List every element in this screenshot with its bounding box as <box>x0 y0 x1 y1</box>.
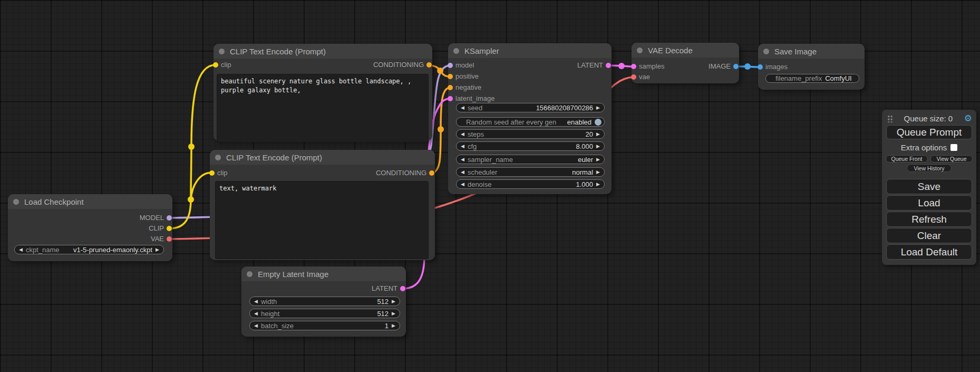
node-title-bar[interactable]: VAE Decode <box>632 43 739 58</box>
height-widget[interactable]: ◀ height 512 ▶ <box>249 309 400 318</box>
node-title-bar[interactable]: Save Image <box>758 44 865 59</box>
denoise-widget[interactable]: ◀ denoise 1.000 ▶ <box>456 179 605 189</box>
widget-left-arrow-icon[interactable]: ◀ <box>461 182 464 187</box>
widget-right-arrow-icon[interactable]: ▶ <box>392 311 395 316</box>
widget-left-arrow-icon[interactable]: ◀ <box>19 247 23 252</box>
reroute-dot-clip-1[interactable] <box>188 196 194 203</box>
node-title-bar[interactable]: CLIP Text Encode (Prompt) <box>214 44 432 59</box>
reroute-dot-negative[interactable] <box>438 126 444 132</box>
refresh-button[interactable]: Refresh <box>886 212 972 227</box>
seed-widget[interactable]: ◀ seed 156680208700286 ▶ <box>456 103 605 112</box>
queue-front-button[interactable]: Queue Front <box>886 155 928 163</box>
port-latent-output[interactable] <box>400 286 405 291</box>
node-clip-text-encode-positive[interactable]: CLIP Text Encode (Prompt) clip CONDITION… <box>214 44 432 141</box>
widget-left-arrow-icon[interactable]: ◀ <box>461 106 464 110</box>
node-empty-latent-image[interactable]: Empty Latent Image LATENT ◀ width 512 ▶ … <box>241 266 406 337</box>
port-clip-output[interactable] <box>167 226 172 231</box>
port-model-input[interactable] <box>448 63 453 68</box>
port-clip-input[interactable] <box>213 62 218 68</box>
view-history-button[interactable]: View History <box>907 164 952 172</box>
scheduler-widget[interactable]: ◀ scheduler normal ▶ <box>456 167 605 177</box>
port-vae-input[interactable] <box>631 74 636 80</box>
port-row: LATENT <box>241 284 406 293</box>
reroute-dot-latent[interactable] <box>618 63 625 69</box>
widget-right-arrow-icon[interactable]: ▶ <box>596 132 600 137</box>
port-image-output[interactable] <box>733 64 739 69</box>
port-positive-input[interactable] <box>448 74 453 79</box>
port-vae-output[interactable] <box>167 236 172 242</box>
node-title-bar[interactable]: CLIP Text Encode (Prompt) <box>210 150 435 165</box>
filename-prefix-widget[interactable]: filename_prefix ComfyUI <box>765 74 859 83</box>
widget-right-arrow-icon[interactable]: ▶ <box>392 323 395 328</box>
input-label-latent-image: latent_image <box>455 94 494 102</box>
width-widget[interactable]: ◀ width 512 ▶ <box>249 297 400 306</box>
extra-options-checkbox[interactable] <box>950 144 957 151</box>
widget-left-arrow-icon[interactable]: ◀ <box>461 144 464 149</box>
port-row: VAE <box>8 234 172 244</box>
load-default-button[interactable]: Load Default <box>886 244 972 260</box>
widget-right-arrow-icon[interactable]: ▶ <box>596 144 600 149</box>
widget-left-arrow-icon[interactable]: ◀ <box>254 299 258 304</box>
collapse-dot-icon[interactable] <box>453 48 459 54</box>
reroute-dot-image[interactable] <box>744 63 751 70</box>
node-load-checkpoint[interactable]: Load Checkpoint MODEL CLIP VAE ◀ ckpt_na… <box>8 194 172 261</box>
queue-prompt-button[interactable]: Queue Prompt <box>886 125 972 139</box>
node-save-image[interactable]: Save Image images filename_prefix ComfyU… <box>758 44 865 90</box>
collapse-dot-icon[interactable] <box>215 155 221 160</box>
port-row: MODEL <box>8 213 172 223</box>
port-conditioning-output[interactable] <box>429 170 434 176</box>
ckpt-name-widget[interactable]: ◀ ckpt_name v1-5-pruned-emaonly.ckpt ▶ <box>14 245 164 254</box>
prompt-textarea[interactable]: beautiful scenery nature glass bottle la… <box>217 74 429 142</box>
widget-right-arrow-icon[interactable]: ▶ <box>392 299 395 304</box>
widget-left-arrow-icon[interactable]: ◀ <box>461 170 464 175</box>
widget-right-arrow-icon[interactable]: ▶ <box>156 247 159 252</box>
widget-left-arrow-icon[interactable]: ◀ <box>461 132 464 137</box>
batch-size-widget[interactable]: ◀ batch_size 1 ▶ <box>249 321 400 330</box>
widget-value: 20 <box>586 130 593 138</box>
output-label-conditioning: CONDITIONING <box>373 61 424 69</box>
collapse-dot-icon[interactable] <box>763 49 769 54</box>
port-images-input[interactable] <box>758 64 763 70</box>
reroute-dot-positive[interactable] <box>437 68 443 74</box>
random-seed-widget[interactable]: Random seed after every gen enabled <box>456 117 605 127</box>
node-clip-text-encode-negative[interactable]: CLIP Text Encode (Prompt) clip CONDITION… <box>210 150 435 260</box>
view-queue-button[interactable]: View Queue <box>930 155 973 163</box>
cfg-widget[interactable]: ◀ cfg 8.000 ▶ <box>456 141 605 151</box>
port-latent-output[interactable] <box>606 63 611 68</box>
widget-right-arrow-icon[interactable]: ▶ <box>596 170 600 175</box>
collapse-dot-icon[interactable] <box>13 199 19 205</box>
reroute-dot-clip-2[interactable] <box>188 144 195 150</box>
widget-left-arrow-icon[interactable]: ◀ <box>254 323 258 328</box>
port-conditioning-output[interactable] <box>426 62 432 68</box>
widget-right-arrow-icon[interactable]: ▶ <box>596 106 600 110</box>
drag-handle-icon[interactable] <box>887 115 892 122</box>
graph-canvas[interactable]: Load Checkpoint MODEL CLIP VAE ◀ ckpt_na… <box>0 0 980 372</box>
port-negative-input[interactable] <box>448 85 453 90</box>
widget-value: enabled <box>567 118 591 126</box>
widget-right-arrow-icon[interactable]: ▶ <box>596 182 600 187</box>
node-title-bar[interactable]: KSampler <box>448 43 612 58</box>
steps-widget[interactable]: ◀ steps 20 ▶ <box>456 129 605 139</box>
widget-left-arrow-icon[interactable]: ◀ <box>461 157 464 162</box>
port-row: negative <box>448 83 612 92</box>
settings-gear-icon[interactable]: ⚙ <box>964 114 972 123</box>
port-latent-image-input[interactable] <box>448 96 453 101</box>
clear-button[interactable]: Clear <box>886 228 972 243</box>
node-title-bar[interactable]: Load Checkpoint <box>8 194 172 209</box>
enabled-toggle[interactable] <box>595 119 601 126</box>
widget-right-arrow-icon[interactable]: ▶ <box>596 157 600 162</box>
load-button[interactable]: Load <box>886 195 972 211</box>
node-title-bar[interactable]: Empty Latent Image <box>241 266 406 281</box>
widget-left-arrow-icon[interactable]: ◀ <box>254 311 258 316</box>
node-vae-decode[interactable]: VAE Decode samples IMAGE vae <box>632 43 739 83</box>
collapse-dot-icon[interactable] <box>637 47 643 53</box>
sampler-name-widget[interactable]: ◀ sampler_name euler ▶ <box>456 155 605 164</box>
prompt-textarea[interactable]: text, watermark <box>215 181 429 259</box>
node-ksampler[interactable]: KSampler model LATENT positive negative … <box>448 43 612 194</box>
port-model-output[interactable] <box>167 215 172 221</box>
collapse-dot-icon[interactable] <box>219 49 225 54</box>
port-clip-input[interactable] <box>209 170 215 176</box>
save-button[interactable]: Save <box>886 179 972 194</box>
collapse-dot-icon[interactable] <box>247 271 253 277</box>
port-samples-input[interactable] <box>631 64 636 69</box>
